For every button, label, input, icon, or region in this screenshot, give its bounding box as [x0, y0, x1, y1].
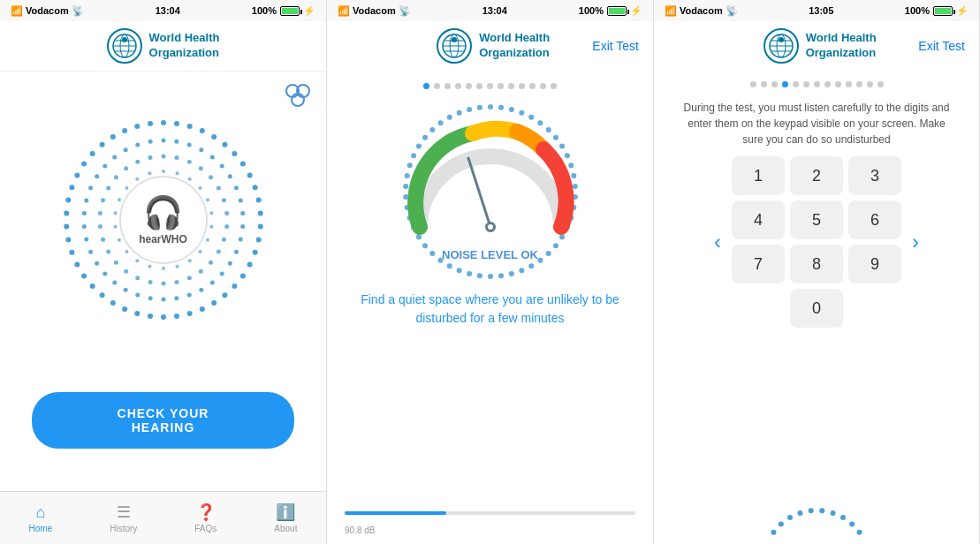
screen-2: 📶 Vodacom 📡 13:04 100% ⚡: [327, 0, 654, 544]
exit-test-btn-2[interactable]: Exit Test: [592, 35, 639, 57]
svg-point-111: [124, 268, 128, 273]
svg-point-44: [64, 210, 69, 215]
svg-point-13: [211, 134, 217, 140]
svg-point-30: [186, 311, 192, 316]
who-emblem-3: [768, 33, 794, 59]
svg-point-18: [252, 185, 257, 190]
keypad-3[interactable]: 3: [848, 156, 901, 195]
svg-point-133: [175, 265, 179, 268]
battery-area-2: 100% ⚡: [579, 5, 642, 17]
svg-point-229: [779, 521, 784, 526]
nav-home[interactable]: ⌂ Home: [29, 503, 53, 533]
svg-point-53: [134, 124, 140, 129]
svg-point-80: [95, 261, 99, 265]
svg-point-11: [186, 124, 192, 129]
notification-icon: [284, 80, 312, 114]
keypad-6[interactable]: 6: [848, 200, 901, 239]
nav-about[interactable]: ℹ️ About: [274, 502, 297, 533]
svg-point-51: [110, 134, 115, 140]
who-emblem: [111, 33, 138, 59]
svg-point-232: [809, 508, 814, 513]
dot-13: [551, 83, 557, 89]
who-emblem-2: [441, 33, 467, 59]
svg-point-102: [221, 237, 225, 241]
svg-point-29: [199, 306, 204, 312]
battery-area-1: 100% ⚡: [252, 5, 315, 17]
svg-point-73: [174, 296, 179, 300]
svg-point-17: [247, 172, 252, 178]
keypad-2[interactable]: 2: [790, 156, 843, 195]
svg-point-101: [224, 224, 229, 229]
svg-point-237: [857, 530, 862, 535]
svg-point-231: [797, 510, 802, 516]
s3-dot-2: [761, 81, 767, 87]
keypad-next-arrow[interactable]: ›: [908, 226, 923, 258]
keypad-7[interactable]: 7: [732, 245, 785, 283]
hearwho-logo: 🎧 hearWHO: [119, 176, 208, 264]
who-name: World Health Organization: [149, 31, 220, 61]
svg-point-27: [222, 292, 227, 298]
svg-point-100: [224, 211, 229, 215]
svg-point-64: [240, 211, 245, 215]
svg-point-138: [117, 238, 120, 242]
keypad-5[interactable]: 5: [790, 200, 843, 239]
nav-faqs[interactable]: ❓ FAQs: [194, 502, 217, 533]
screen2-main: NOISE LEVEL OK Find a quiet space where …: [327, 71, 653, 544]
svg-point-233: [819, 508, 824, 513]
who-circle-icon: [107, 28, 142, 64]
svg-point-120: [124, 166, 128, 170]
svg-point-203: [488, 224, 493, 230]
svg-point-77: [123, 287, 127, 291]
about-icon: ℹ️: [276, 502, 295, 522]
nav-history[interactable]: ☰ History: [110, 502, 137, 533]
bottom-decoration: [668, 502, 965, 537]
svg-point-40: [74, 261, 80, 267]
keypad-area: ‹ 1 2 3 4 5 6 7 8 9 0 ›: [668, 156, 965, 328]
svg-point-20: [257, 210, 262, 215]
svg-point-28: [211, 300, 217, 306]
svg-point-103: [216, 249, 220, 253]
keypad-prev-arrow[interactable]: ‹: [710, 226, 725, 258]
status-bar-1: 📶 Vodacom 📡 13:04 100% ⚡: [0, 0, 326, 21]
svg-point-16: [239, 161, 245, 166]
svg-point-74: [161, 297, 165, 301]
svg-point-35: [122, 306, 127, 312]
svg-point-26: [232, 283, 237, 289]
who-name-3: World Health Organization: [806, 31, 877, 61]
who-circle-icon-2: [437, 28, 472, 64]
exit-test-btn-3[interactable]: Exit Test: [918, 35, 965, 57]
keypad-8[interactable]: 8: [790, 245, 843, 283]
svg-point-94: [174, 155, 179, 160]
keypad-1[interactable]: 1: [732, 156, 785, 195]
svg-point-55: [161, 138, 165, 142]
svg-point-38: [89, 283, 95, 289]
screen3-main: During the test, you must listen careful…: [654, 71, 979, 544]
check-hearing-button[interactable]: CHECK YOUR HEARING: [32, 392, 293, 449]
svg-point-41: [69, 250, 74, 255]
dot-11: [529, 83, 536, 89]
app-header-1: World Health Organization: [0, 21, 326, 72]
s3-dot-7: [814, 81, 820, 87]
svg-point-66: [238, 237, 242, 241]
svg-point-126: [198, 186, 201, 190]
keypad-0[interactable]: 0: [790, 289, 843, 328]
svg-point-124: [175, 171, 179, 175]
svg-point-104: [209, 260, 213, 264]
svg-point-108: [161, 281, 165, 285]
keypad-4[interactable]: 4: [732, 200, 785, 239]
svg-point-130: [206, 238, 209, 242]
keypad-9[interactable]: 9: [848, 245, 901, 283]
carrier-2: 📶 Vodacom 📡: [338, 5, 411, 17]
svg-point-25: [239, 273, 245, 278]
dot-8: [498, 83, 504, 89]
svg-point-97: [209, 175, 213, 179]
dot-4: [455, 83, 461, 89]
svg-point-96: [198, 166, 202, 170]
svg-point-82: [84, 237, 88, 241]
svg-point-67: [233, 249, 238, 253]
svg-point-33: [148, 314, 153, 319]
svg-point-137: [125, 250, 128, 253]
svg-point-88: [103, 163, 107, 168]
wifi-icon-3: 📡: [726, 5, 738, 17]
carrier-1: 📶 Vodacom 📡: [11, 5, 84, 17]
